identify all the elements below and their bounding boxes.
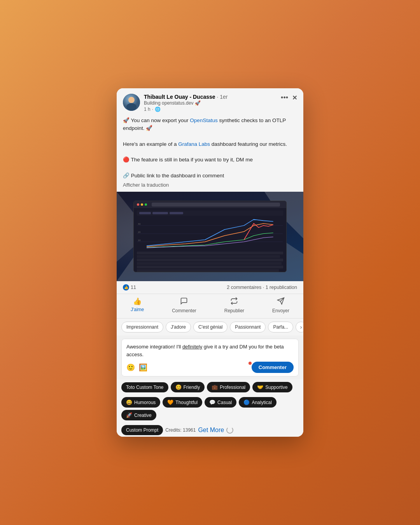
openstatus-link[interactable]: OpenStatus <box>190 117 217 123</box>
comment-send-button[interactable]: Commenter <box>252 362 294 373</box>
comment-action-icon <box>180 297 188 307</box>
get-more-link[interactable]: Get More <box>198 427 224 434</box>
creative-emoji: 🚀 <box>126 412 132 418</box>
recording-indicator <box>248 362 252 365</box>
author-subtitle: Building openstatus.dev 🚀 <box>144 100 281 106</box>
reaction-jadore[interactable]: J'adore <box>166 322 191 332</box>
friendly-tone-button[interactable]: 😊 Friendly <box>171 382 205 392</box>
close-icon[interactable]: ✕ <box>292 94 297 102</box>
casual-tone-button[interactable]: 💬 Casual <box>205 397 236 408</box>
dashboard-mockup: 40 20 10 <box>117 192 303 281</box>
chart-area: 40 20 10 <box>137 217 283 250</box>
post-header: Thibault Le Ouay - Ducasse · 1er Buildin… <box>117 88 303 115</box>
thoughtful-emoji: 🧡 <box>167 399 173 405</box>
comment-footer: 🙂 🖼️ Commenter <box>126 362 294 373</box>
post-image: 40 20 10 <box>117 192 303 281</box>
humorous-tone-button[interactable]: 😄 Humorous <box>121 397 160 408</box>
post-body: 🚀 You can now export your OpenStatus syn… <box>117 115 303 192</box>
dashboard-inner: 40 20 10 <box>133 201 287 272</box>
url-bar <box>152 203 280 206</box>
thoughtful-tone-button[interactable]: 🧡 Thoughtful <box>163 397 202 408</box>
analytical-emoji: 🔵 <box>243 399 250 405</box>
tone-bar-row1: 😄 Humorous 🧡 Thoughtful 💬 Casual 🔵 Analy… <box>117 395 303 423</box>
reaction-impressionnant[interactable]: Impressionnant <box>121 322 163 332</box>
like-action-icon: 👍 <box>133 297 142 306</box>
avatar[interactable] <box>123 94 140 111</box>
professional-tone-button[interactable]: 💼 Professional <box>207 382 250 392</box>
svg-point-2 <box>126 103 136 111</box>
stats-row: 👍 11 2 commentaires · 1 republication <box>117 281 303 294</box>
thoughtful-label: Thoughtful <box>175 400 198 405</box>
friendly-emoji: 😊 <box>175 384 182 390</box>
linkedin-post-card: Thibault Le Ouay - Ducasse · 1er Buildin… <box>117 88 303 437</box>
author-badge: · 1er <box>217 94 228 100</box>
casual-label: Casual <box>217 400 232 405</box>
casual-emoji: 💬 <box>209 399 215 405</box>
toto-custom-tone-label: Toto Custom Tone <box>126 385 164 390</box>
tone-bar-row0: Toto Custom Tone 😊 Friendly 💼 Profession… <box>117 380 303 395</box>
avatar-image <box>123 94 140 111</box>
humorous-label: Humorous <box>134 400 156 405</box>
reaction-passionnant[interactable]: Passionnant <box>230 322 266 332</box>
like-button[interactable]: 👍 J'aime <box>126 296 149 315</box>
repost-button[interactable]: Republier <box>220 296 249 315</box>
send-button[interactable]: Envoyer <box>268 296 294 315</box>
analytical-label: Analytical <box>252 400 271 405</box>
image-attach-icon[interactable]: 🖼️ <box>139 363 147 372</box>
author-name: Thibault Le Ouay - Ducasse · 1er <box>144 94 281 100</box>
refresh-icon[interactable] <box>226 427 233 434</box>
emoji-picker-icon[interactable]: 🙂 <box>126 363 135 372</box>
comment-label: Commenter <box>172 308 196 313</box>
friendly-label: Friendly <box>184 385 200 390</box>
creative-tone-button[interactable]: 🚀 Creative <box>121 410 156 420</box>
supportive-tone-button[interactable]: 🤝 Supportive <box>252 382 292 392</box>
dashboard-titlebar <box>134 201 286 208</box>
data-table <box>137 252 283 272</box>
reaction-parfait[interactable]: Parfa... <box>268 322 293 332</box>
post-text: 🚀 You can now export your OpenStatus syn… <box>123 117 297 180</box>
svg-text:10: 10 <box>138 239 141 241</box>
svg-text:20: 20 <box>138 231 141 233</box>
likes-count: 👍 11 <box>123 284 136 290</box>
professional-label: Professional <box>220 385 245 390</box>
send-action-icon <box>277 297 285 307</box>
svg-point-1 <box>128 97 135 103</box>
post-time: 1 h · 🌐 <box>144 107 281 112</box>
toto-custom-tone-button[interactable]: Toto Custom Tone <box>121 382 168 392</box>
humorous-emoji: 😄 <box>126 399 132 405</box>
creative-label: Creative <box>134 413 152 418</box>
like-icon: 👍 <box>123 284 129 290</box>
tone-bar-row2: Custom Prompt Credits: 13961 Get More <box>117 423 303 437</box>
reaction-cest-genial[interactable]: C'est génial <box>193 322 228 332</box>
translate-link[interactable]: Afficher la traduction <box>123 182 297 188</box>
repost-label: Republier <box>224 308 244 313</box>
custom-prompt-label: Custom Prompt <box>126 427 158 433</box>
reactions-row: Impressionnant J'adore C'est génial Pass… <box>117 318 303 336</box>
dashboard-content: 40 20 10 <box>134 208 286 272</box>
supportive-emoji: 🤝 <box>257 384 263 390</box>
credits-prefix: Credits: 13961 <box>165 427 196 433</box>
custom-prompt-button[interactable]: Custom Prompt <box>121 425 163 435</box>
action-bar: 👍 J'aime Commenter Republier <box>117 294 303 318</box>
grafana-link[interactable]: Grafana Labs <box>178 141 210 147</box>
comment-text[interactable]: Awesome integration! I'll definitely giv… <box>126 343 294 359</box>
professional-emoji: 💼 <box>212 384 218 390</box>
supportive-label: Supportive <box>265 385 287 390</box>
analytical-tone-button[interactable]: 🔵 Analytical <box>239 397 276 408</box>
comment-icons: 🙂 🖼️ <box>126 363 147 372</box>
comments-count: 2 commentaires · 1 republication <box>227 285 297 290</box>
svg-text:40: 40 <box>138 223 141 225</box>
like-label: J'aime <box>131 307 144 312</box>
comment-button[interactable]: Commenter <box>167 296 201 315</box>
repost-action-icon <box>230 297 238 307</box>
header-actions: ••• ✕ <box>281 94 297 102</box>
author-info: Thibault Le Ouay - Ducasse · 1er Buildin… <box>144 94 281 112</box>
comment-input-box: Awesome integration! I'll definitely giv… <box>121 339 299 376</box>
reactions-more-button[interactable]: › <box>296 322 303 332</box>
send-label: Envoyer <box>272 308 289 313</box>
more-options-icon[interactable]: ••• <box>281 94 288 102</box>
